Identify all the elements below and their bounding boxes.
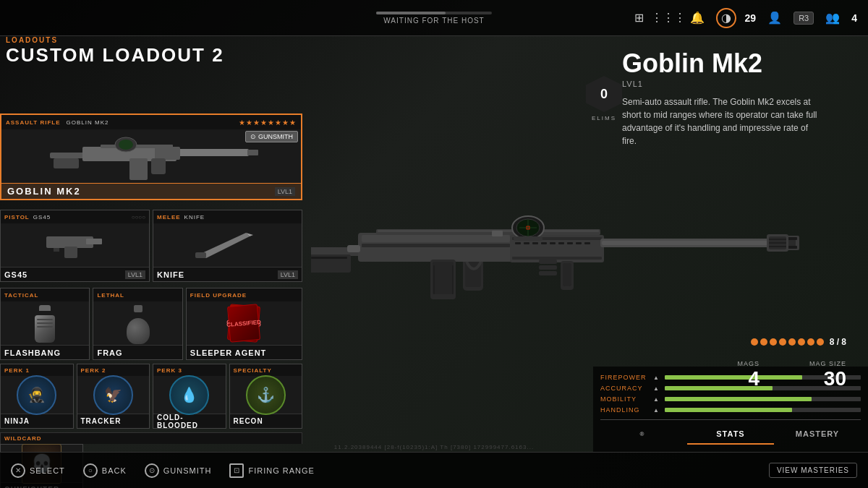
dot-6 xyxy=(798,338,805,346)
field-upgrade-name: SLEEPER AGENT xyxy=(190,348,267,357)
perk3-body: 💧 xyxy=(153,376,226,414)
specialty-card[interactable]: SPECIALTY ⚓ RECON xyxy=(229,364,303,429)
view-masteries-button[interactable]: VIEW MASTERIES xyxy=(769,463,857,478)
select-button[interactable]: ✕ SELECT xyxy=(11,463,65,478)
primary-card-footer: GOBLIN MK2 LVL1 xyxy=(1,183,301,199)
tactical-name: FLASHBANG xyxy=(4,348,61,357)
weapon-3d-svg xyxy=(311,121,832,395)
gunsmith-bottom-button[interactable]: ⊙ GUNSMITH xyxy=(145,463,212,478)
tactical-body xyxy=(1,301,89,345)
grenade-icon xyxy=(120,305,156,341)
mags-area: MAGS 4 xyxy=(737,360,760,390)
svg-rect-12 xyxy=(64,247,77,258)
svg-rect-36 xyxy=(541,242,547,244)
stat-handling: HANDLING ▲ xyxy=(600,406,861,414)
svg-rect-27 xyxy=(433,262,454,294)
secondary-weapon-card[interactable]: PISTOL GS45 ○○○○ GS45 LVL1 xyxy=(0,210,150,282)
loadout-header: LOADOUTS CUSTOM LOADOUT 2 xyxy=(6,36,224,64)
profile-icon[interactable]: 👤 xyxy=(765,8,785,28)
tab-mastery[interactable]: MASTERY xyxy=(774,424,861,445)
dot-1 xyxy=(751,338,758,346)
perk3-footer: COLD-BLOODED xyxy=(153,414,226,428)
dot-5 xyxy=(788,338,796,346)
field-upgrade-body: CLASSIFIED CLASSIFIED xyxy=(187,301,302,345)
svg-rect-39 xyxy=(567,242,573,244)
gunsmith-label: GUNSMITH xyxy=(258,133,293,140)
perk1-type: PERK 1 xyxy=(4,367,30,374)
perk3-header: PERK 3 xyxy=(153,364,226,376)
field-upgrade-card[interactable]: FIELD UPGRADE CLASSIFIED CLASSIFIED SLEE… xyxy=(186,288,302,360)
tactical-header: TACTICAL xyxy=(1,288,89,301)
left-panel: ASSAULT RIFLE GOBLIN MK2 ★★★★★★★★ xyxy=(0,36,311,452)
melee-level: LVL1 xyxy=(278,270,298,279)
loadout-title: CUSTOM LOADOUT 2 xyxy=(6,46,224,64)
primary-card-body: ⊙ GUNSMITH xyxy=(1,129,301,183)
mag-size-value: 30 xyxy=(809,367,846,390)
perk2-type: PERK 2 xyxy=(81,367,106,374)
elims-hex: 0 xyxy=(586,76,622,112)
tactical-footer: FLASHBANG xyxy=(1,345,89,359)
bell-icon[interactable]: 🔔 xyxy=(687,8,707,28)
perk1-name: NINJA xyxy=(4,417,30,425)
weapon-description: Semi-auto assault rifle. The Goblin Mk2 … xyxy=(622,95,825,147)
svg-point-10 xyxy=(119,140,133,150)
lethal-type: LETHAL xyxy=(97,292,124,299)
tab-stats[interactable]: STATS xyxy=(687,424,774,445)
tactical-card[interactable]: TACTICAL FLASHBANG xyxy=(0,288,90,360)
lethal-card[interactable]: LETHAL FRAG xyxy=(93,288,182,360)
svg-rect-13 xyxy=(86,239,102,244)
perk1-footer: NINJA xyxy=(1,414,73,428)
specialty-name: RECON xyxy=(234,417,263,425)
specialty-header: SPECIALTY xyxy=(230,364,302,376)
melee-weapon-card[interactable]: MELEE KNIFE KNIFE LVL1 xyxy=(153,210,302,282)
top-bar-right: ⊞ ⋮⋮⋮ 🔔 ◑ 29 👤 R3 👥 4 xyxy=(629,8,857,28)
gunsmith-button[interactable]: ⊙ GUNSMITH xyxy=(245,131,298,142)
specialty-body: ⚓ xyxy=(230,376,302,414)
perk3-card[interactable]: PERK 3 💧 COLD-BLOODED xyxy=(153,364,226,429)
handling-bar-bg xyxy=(665,408,861,412)
svg-rect-32 xyxy=(512,257,602,260)
tab-r-btn: ® xyxy=(600,424,687,445)
ninja-icon: 🥷 xyxy=(17,375,56,415)
svg-rect-55 xyxy=(514,236,542,241)
top-bar: WAITING FOR THE HOST ⊞ ⋮⋮⋮ 🔔 ◑ 29 👤 R3 👥… xyxy=(0,0,868,36)
perk1-card[interactable]: PERK 1 🥷 NINJA xyxy=(0,364,74,429)
firing-range-button[interactable]: ⊡ FIRING RANGE xyxy=(229,463,314,478)
back-icon: ○ xyxy=(83,463,98,478)
perk2-card[interactable]: PERK 2 🦅 TRACKER xyxy=(77,364,150,429)
badge-r3: R3 xyxy=(793,12,814,25)
melee-code: KNIFE xyxy=(184,214,205,221)
accuracy-label: ACCURACY xyxy=(600,385,647,392)
svg-rect-63 xyxy=(539,265,557,270)
melee-name: KNIFE xyxy=(157,270,184,279)
grid-icon[interactable]: ⊞ xyxy=(629,8,650,28)
mobility-bar-fill xyxy=(665,397,812,401)
lethal-footer: FRAG xyxy=(93,345,182,359)
lethal-header: LETHAL xyxy=(93,288,182,301)
handling-bar-fill xyxy=(665,408,792,412)
perk1-body: 🥷 xyxy=(1,376,73,414)
primary-type-label: ASSAULT RIFLE xyxy=(6,119,61,126)
svg-rect-35 xyxy=(532,242,538,244)
handling-arrow: ▲ xyxy=(653,407,659,414)
perk3-name: COLD-BLOODED xyxy=(157,414,222,429)
top-level: 29 xyxy=(745,12,757,24)
firing-range-label: FIRING RANGE xyxy=(248,466,314,475)
layout-icon[interactable]: ⋮⋮⋮ xyxy=(658,8,678,28)
specialty-footer: RECON xyxy=(230,414,302,428)
elims-section: 0 ELIMS xyxy=(586,76,622,121)
svg-rect-20 xyxy=(311,257,347,259)
field-upgrade-footer: SLEEPER AGENT xyxy=(187,345,302,359)
secondary-header: PISTOL GS45 ○○○○ xyxy=(1,210,149,223)
gunsmith-bottom-icon: ⊙ xyxy=(145,463,159,478)
weapon-title: Goblin Mk2 xyxy=(622,51,861,77)
mag-size-area: MAG SIZE 30 xyxy=(809,360,846,390)
firepower-bar-fill xyxy=(665,375,802,380)
primary-weapon-level: LVL1 xyxy=(275,187,295,196)
svg-rect-40 xyxy=(576,242,582,244)
secondary-melee-row: PISTOL GS45 ○○○○ GS45 LVL1 MELEE xyxy=(0,210,302,282)
timer-icon[interactable]: ◑ xyxy=(716,8,736,28)
svg-rect-24 xyxy=(362,235,510,242)
primary-weapon-card[interactable]: ASSAULT RIFLE GOBLIN MK2 ★★★★★★★★ xyxy=(0,114,302,200)
back-button[interactable]: ○ BACK xyxy=(83,463,127,478)
